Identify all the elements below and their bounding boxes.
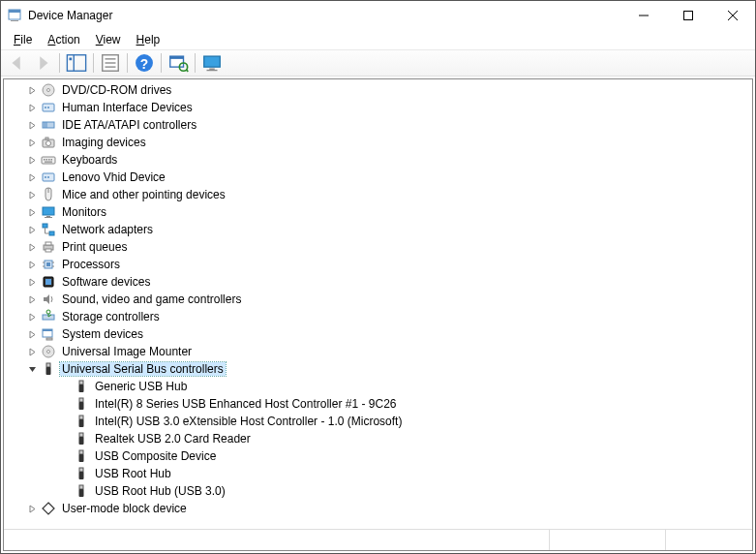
chevron-right-icon[interactable]	[25, 118, 39, 132]
chevron-right-icon[interactable]	[25, 502, 39, 515]
tree-device-row[interactable]: Intel(R) 8 Series USB Enhanced Host Cont…	[4, 395, 752, 413]
tree-category-row[interactable]: DVD/CD-ROM drives	[4, 81, 752, 99]
toolbar-console-tree-button[interactable]	[65, 51, 88, 75]
close-button[interactable]	[711, 1, 755, 30]
printer-icon	[41, 239, 56, 255]
statusbar	[4, 529, 752, 550]
tree-category-row[interactable]: Lenovo Vhid Device	[4, 169, 752, 186]
svg-rect-55	[46, 262, 50, 266]
tree-category-label: Software devices	[60, 275, 152, 289]
menu-action[interactable]: Action	[41, 32, 86, 47]
tree-category-row[interactable]: System devices	[4, 325, 752, 343]
chevron-right-icon[interactable]	[25, 310, 39, 323]
titlebar[interactable]: Device Manager	[1, 1, 755, 30]
chevron-right-icon[interactable]	[25, 153, 39, 167]
tree-device-row[interactable]: Intel(R) USB 3.0 eXtensible Host Control…	[4, 413, 752, 430]
maximize-button[interactable]	[666, 1, 711, 30]
chevron-right-icon[interactable]	[25, 188, 39, 201]
tree-category-label: Monitors	[60, 205, 108, 219]
tree-device-row[interactable]: USB Root Hub (USB 3.0)	[4, 482, 752, 500]
tree-category-row[interactable]: Keyboards	[4, 151, 752, 169]
svg-point-68	[47, 351, 50, 354]
expander-none	[58, 397, 72, 411]
usb-icon	[74, 448, 89, 464]
chevron-right-icon[interactable]	[25, 101, 39, 114]
toolbar-help-button[interactable]: ?	[133, 51, 156, 75]
menu-file[interactable]: File	[7, 32, 39, 47]
chevron-right-icon[interactable]	[25, 223, 39, 236]
tree-category-row[interactable]: Storage controllers	[4, 308, 752, 325]
chevron-down-icon[interactable]	[25, 362, 39, 376]
svg-rect-65	[43, 329, 52, 331]
device-tree[interactable]: DVD/CD-ROM drivesHuman Interface Devices…	[4, 79, 752, 529]
tree-device-row[interactable]: USB Root Hub	[4, 465, 752, 482]
svg-rect-73	[79, 398, 83, 402]
toolbar-forward-button[interactable]	[31, 51, 54, 75]
chevron-right-icon[interactable]	[25, 170, 39, 184]
camera-icon	[41, 135, 56, 150]
tree-device-label: USB Composite Device	[93, 449, 218, 463]
chevron-right-icon[interactable]	[25, 345, 39, 358]
chevron-right-icon[interactable]	[25, 258, 39, 271]
tree-category-row[interactable]: User-mode block device	[4, 500, 752, 517]
sound-icon	[41, 292, 56, 307]
svg-rect-84	[79, 489, 84, 497]
tree-category-label: IDE ATA/ATAPI controllers	[60, 118, 198, 132]
tree-device-label: Realtek USB 2.0 Card Reader	[93, 432, 253, 446]
statusbar-cell	[549, 529, 665, 550]
chevron-right-icon[interactable]	[25, 327, 39, 341]
tree-category-row[interactable]: Software devices	[4, 273, 752, 291]
tree-device-row[interactable]: Realtek USB 2.0 Card Reader	[4, 430, 752, 447]
tree-category-label: Human Interface Devices	[60, 101, 195, 114]
svg-rect-77	[79, 433, 83, 437]
tree-category-row[interactable]: Sound, video and game controllers	[4, 291, 752, 308]
tree-category-row[interactable]: Network adapters	[4, 221, 752, 238]
svg-rect-71	[79, 381, 83, 385]
chevron-right-icon[interactable]	[25, 83, 39, 97]
network-icon	[41, 222, 56, 237]
tree-category-row[interactable]: Mice and other pointing devices	[4, 186, 752, 203]
menu-view[interactable]: View	[89, 32, 128, 47]
software-icon	[41, 274, 56, 290]
svg-rect-47	[43, 224, 47, 228]
svg-rect-52	[45, 242, 51, 245]
chevron-right-icon[interactable]	[25, 240, 39, 254]
svg-rect-4	[684, 12, 693, 20]
tree-category-row[interactable]: Universal Serial Bus controllers	[4, 360, 752, 378]
tree-category-label: Network adapters	[60, 223, 155, 236]
toolbar-back-button[interactable]	[6, 51, 29, 75]
svg-rect-1	[9, 10, 20, 13]
svg-rect-17	[170, 56, 184, 59]
tree-category-label: Mice and other pointing devices	[60, 188, 227, 201]
tree-category-row[interactable]: Processors	[4, 256, 752, 273]
menu-help[interactable]: Help	[130, 32, 167, 47]
storage-icon	[41, 309, 56, 324]
svg-point-26	[45, 107, 46, 108]
usb-icon	[74, 396, 89, 412]
tree-category-row[interactable]: Universal Image Mounter	[4, 343, 752, 360]
tree-device-row[interactable]: Generic USB Hub	[4, 378, 752, 395]
svg-rect-72	[79, 385, 84, 392]
chevron-right-icon[interactable]	[25, 136, 39, 149]
mouse-icon	[41, 187, 56, 202]
toolbar-monitor-button[interactable]	[200, 51, 224, 75]
toolbar-properties-button[interactable]	[99, 51, 122, 75]
chevron-right-icon[interactable]	[25, 275, 39, 289]
svg-point-27	[47, 107, 49, 108]
toolbar-scan-button[interactable]	[166, 51, 190, 75]
tree-category-row[interactable]: Imaging devices	[4, 134, 752, 151]
tree-category-row[interactable]: Human Interface Devices	[4, 99, 752, 116]
expander-none	[58, 467, 72, 480]
tree-category-row[interactable]: IDE ATA/ATAPI controllers	[4, 116, 752, 134]
svg-point-42	[47, 176, 49, 178]
tree-device-row[interactable]: USB Composite Device	[4, 447, 752, 465]
app-icon	[7, 8, 22, 23]
tree-category-row[interactable]: Print queues	[4, 238, 752, 256]
chevron-right-icon[interactable]	[25, 292, 39, 306]
minimize-button[interactable]	[621, 1, 666, 30]
tree-category-row[interactable]: Monitors	[4, 203, 752, 221]
monitor-icon	[41, 204, 56, 220]
hid-icon	[41, 100, 56, 115]
chevron-right-icon[interactable]	[25, 205, 39, 219]
disc-icon	[41, 344, 56, 359]
